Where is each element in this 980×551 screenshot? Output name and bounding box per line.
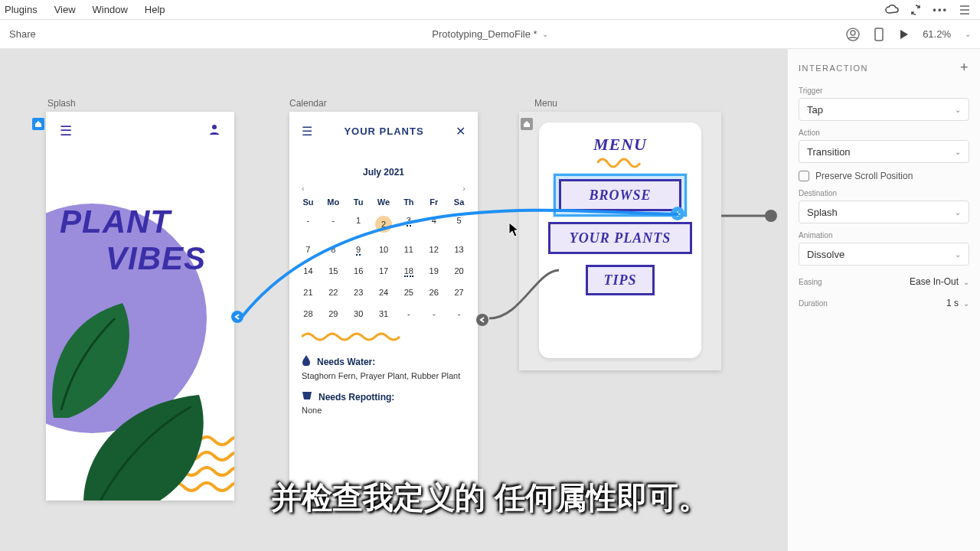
- artboard-menu[interactable]: MENU BROWSE YOUR PLANTS TIPS: [519, 112, 721, 370]
- calendar-day: 13: [446, 239, 472, 260]
- artboard-label-splash[interactable]: Splash: [47, 98, 76, 109]
- calendar-day: 16: [346, 260, 371, 282]
- calendar-day: 25: [396, 282, 421, 303]
- trigger-label: Trigger: [799, 86, 969, 95]
- prev-month-icon: ‹: [302, 184, 305, 193]
- document-topbar: Share Prototyping_DemoFile * ⌄ 61.2% ⌄: [0, 20, 980, 49]
- destination-select[interactable]: Splash⌄: [799, 201, 969, 223]
- mobile-preview-icon[interactable]: [874, 28, 884, 41]
- calendar-day: 4: [421, 210, 446, 239]
- needs-water-label: Needs Water:: [317, 357, 375, 367]
- chevron-down-icon: ⌄: [955, 250, 961, 259]
- calendar-dow: Th: [396, 194, 421, 210]
- hamburger-icon: ☰: [60, 122, 72, 139]
- calendar-day: 28: [296, 303, 321, 324]
- list-icon[interactable]: [959, 5, 971, 15]
- calendar-day: 31: [371, 303, 397, 324]
- menu-help[interactable]: Help: [145, 4, 165, 15]
- calendar-day: 1: [346, 210, 371, 239]
- chevron-down-icon[interactable]: ⌄: [965, 30, 971, 38]
- destination-label: Destination: [799, 189, 969, 197]
- calendar-day: 29: [321, 303, 346, 324]
- svg-point-1: [851, 31, 855, 35]
- calendar-day: 7: [296, 239, 321, 260]
- wire-destination-handle[interactable]: [231, 311, 243, 323]
- home-artboard-handle[interactable]: [521, 118, 533, 130]
- menu-plugins[interactable]: Plugins: [5, 4, 38, 15]
- calendar-dow: Mo: [321, 194, 346, 210]
- chevron-down-icon: ⌄: [963, 299, 969, 308]
- video-subtitle: 并检查我定义的 任何属性即可。: [271, 477, 708, 519]
- more-icon[interactable]: •••: [933, 4, 948, 15]
- calendar-day: 11: [396, 239, 421, 260]
- document-title[interactable]: Prototyping_DemoFile *: [432, 28, 537, 40]
- chevron-down-icon: ⌄: [963, 278, 969, 286]
- easing-select[interactable]: Ease In-Out⌄: [910, 276, 969, 287]
- avatar-icon[interactable]: [846, 28, 860, 41]
- duration-select[interactable]: 1 s⌄: [946, 298, 969, 308]
- calendar-dow: Fr: [421, 194, 446, 210]
- cloud-icon[interactable]: [885, 5, 899, 15]
- calendar-day: 3: [396, 210, 421, 239]
- menu-button-browse[interactable]: BROWSE: [559, 179, 681, 211]
- design-canvas[interactable]: Splash Calendar Menu ☰ PLANT VIBES ☰ YOU…: [0, 49, 787, 551]
- add-interaction-handle[interactable]: +: [671, 207, 684, 220]
- calendar-day: 17: [371, 260, 397, 282]
- calendar-day: 24: [371, 282, 397, 303]
- menu-button-your-plants[interactable]: YOUR PLANTS: [548, 222, 692, 254]
- calendar-day: 23: [346, 282, 371, 303]
- add-interaction-icon[interactable]: +: [960, 60, 969, 76]
- trigger-select[interactable]: Tap⌄: [799, 98, 969, 121]
- artboard-calendar[interactable]: ☰ YOUR PLANTS ✕ July 2021 ‹› SuMoTuWeThF…: [289, 112, 478, 500]
- needs-repot-body: None: [289, 404, 478, 421]
- hamburger-icon: ☰: [302, 124, 312, 139]
- water-drop-icon: [302, 355, 311, 368]
- chevron-down-icon: ⌄: [955, 208, 961, 217]
- sync-icon[interactable]: [910, 4, 922, 16]
- calendar-day: 18: [396, 260, 421, 282]
- calendar-day: 21: [296, 282, 321, 303]
- easing-label: Easing: [799, 278, 822, 286]
- chevron-down-icon[interactable]: ⌄: [542, 30, 548, 38]
- action-label: Action: [799, 129, 969, 137]
- calendar-day: 14: [296, 260, 321, 282]
- calendar-day: 8: [321, 239, 346, 260]
- artboard-label-calendar[interactable]: Calendar: [289, 98, 327, 109]
- artboard-splash[interactable]: ☰ PLANT VIBES: [46, 112, 234, 500]
- calendar-day: -: [396, 303, 421, 324]
- menu-button-tips[interactable]: TIPS: [586, 265, 655, 295]
- animation-select[interactable]: Dissolve⌄: [799, 243, 969, 266]
- home-artboard-handle[interactable]: [32, 118, 44, 130]
- wire-destination-handle[interactable]: [476, 314, 488, 326]
- menu-view[interactable]: View: [54, 4, 76, 15]
- calendar-day: 2: [371, 210, 397, 239]
- share-button[interactable]: Share: [9, 28, 36, 40]
- wave-divider-icon: [302, 332, 462, 341]
- calendar-day: 26: [421, 282, 446, 303]
- interaction-panel: INTERACTION + Trigger Tap⌄ Action Transi…: [787, 49, 980, 551]
- preserve-scroll-checkbox[interactable]: Preserve Scroll Position: [799, 171, 969, 181]
- wire-source-handle[interactable]: [765, 210, 777, 222]
- panel-title: INTERACTION: [799, 64, 868, 73]
- calendar-day: 22: [321, 282, 346, 303]
- pot-icon: [302, 391, 312, 403]
- calendar-dow: Sa: [446, 194, 472, 210]
- svg-rect-2: [875, 28, 883, 41]
- action-select[interactable]: Transition⌄: [799, 140, 969, 163]
- chevron-down-icon: ⌄: [955, 106, 961, 114]
- zoom-level[interactable]: 61.2%: [923, 28, 951, 40]
- app-menubar: Plugins View Window Help •••: [0, 0, 980, 20]
- artboard-label-menu[interactable]: Menu: [534, 98, 557, 109]
- calendar-grid: SuMoTuWeThFrSa --12345789101112131415161…: [289, 194, 478, 324]
- calendar-day: 30: [346, 303, 371, 324]
- animation-label: Animation: [799, 231, 969, 240]
- play-icon[interactable]: [898, 29, 909, 40]
- calendar-day: 15: [321, 260, 346, 282]
- calendar-month: July 2021: [289, 167, 478, 178]
- calendar-dow: We: [371, 194, 397, 210]
- calendar-day: 19: [421, 260, 446, 282]
- calendar-day: -: [421, 303, 446, 324]
- calendar-day: 12: [421, 239, 446, 260]
- menu-window[interactable]: Window: [93, 4, 128, 15]
- calendar-dow: Tu: [346, 194, 371, 210]
